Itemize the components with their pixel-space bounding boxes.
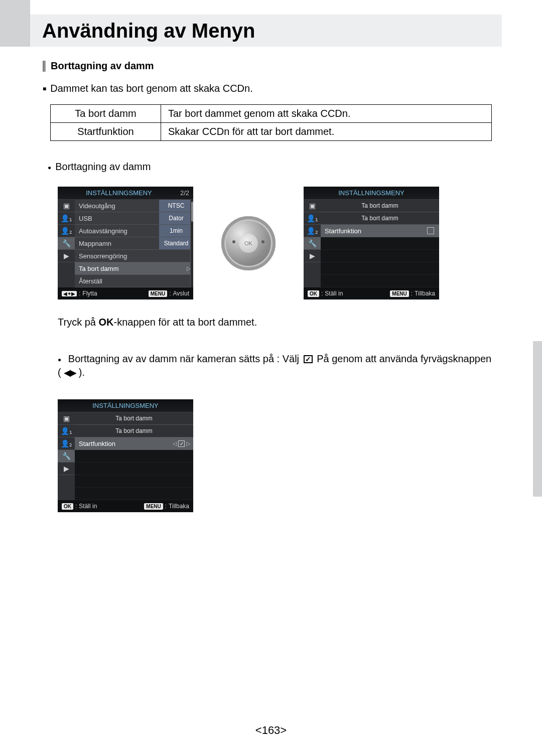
scrollbar — [190, 200, 193, 287]
menu-header: INSTÄLLNINGSMENY 2/2 — [58, 187, 193, 200]
menu-item: USBDator — [75, 212, 193, 225]
play-icon: ▶ — [58, 250, 75, 262]
menu-body: ▣ 👤₁ 👤₂ 🔧 ▶ Ta bort damm Ta bort damm St… — [58, 412, 193, 500]
page-number: <163> — [0, 724, 542, 737]
menu-header: INSTÄLLNINGSMENY — [304, 187, 439, 200]
menu-header: INSTÄLLNINGSMENY — [58, 399, 193, 412]
menu-subtitle: Ta bort damm — [75, 412, 193, 425]
page-sidebar-right — [533, 341, 542, 497]
person1-icon: 👤₁ — [304, 212, 321, 225]
wrench-icon: 🔧 — [58, 450, 75, 463]
menu-body: ▣ 👤₁ 👤₂ 🔧 ▶ VideoutgångNTSC USBDator Aut… — [58, 200, 193, 287]
checkbox-icon — [427, 227, 434, 234]
menu-item-selected: Startfunktion ◁ ✓ ▷ — [75, 437, 193, 450]
check-on-icon — [304, 355, 313, 363]
menu-panel-2: INSTÄLLNINGSMENY ▣ 👤₁ 👤₂ 🔧 ▶ Ta bort dam… — [304, 187, 439, 299]
menu-header-text: INSTÄLLNINGSMENY — [338, 189, 404, 197]
menu-icon-column: ▣ 👤₁ 👤₂ 🔧 ▶ — [58, 200, 75, 287]
menu-panel-1: INSTÄLLNINGSMENY 2/2 ▣ 👤₁ 👤₂ 🔧 ▶ Videout… — [58, 187, 193, 299]
person2-icon: 👤₂ — [58, 225, 75, 237]
menu-header-text: INSTÄLLNINGSMENY — [92, 402, 158, 409]
person2-icon: 👤₂ — [304, 225, 321, 237]
foot-left-label: Flytta — [82, 290, 97, 297]
chevron-left-icon: ◁ — [173, 440, 177, 447]
content-area: Borttagning av damm Dammet kan tas bort … — [43, 60, 497, 512]
menu-icon-column: ▣ 👤₁ 👤₂ 🔧 ▶ — [58, 412, 75, 500]
page-title: Användning av Menyn — [42, 20, 255, 42]
section-bar-icon — [43, 61, 46, 72]
menu-empty-row — [321, 237, 439, 250]
nav-control: ◁ ✓ ▷ — [173, 440, 190, 447]
intro-text: Dammet kan tas bort genom att skaka CCDn… — [43, 83, 497, 94]
foot-right-label: Tillbaka — [415, 290, 435, 297]
menu-footer: OK:Ställ in MENU:Tillbaka — [304, 287, 439, 299]
camera-icon: ▣ — [58, 200, 75, 212]
person1-icon: 👤₁ — [58, 425, 75, 437]
table-cell-desc: Tar bort dammet genom att skaka CCDn. — [161, 105, 492, 123]
sub-heading: Borttagning av damm — [48, 161, 497, 173]
chevron-right-icon: ▷ — [186, 440, 190, 447]
menu-button-icon: MENU — [149, 290, 167, 297]
menu-list: Ta bort damm Ta bort damm Startfunktion … — [75, 412, 193, 500]
menu-list: Ta bort damm Ta bort damm Startfunktion — [321, 200, 439, 287]
menu-list: VideoutgångNTSC USBDator Autoavstängning… — [75, 200, 193, 287]
ok-button-icon: OK — [62, 503, 73, 510]
menu-empty-row — [75, 475, 193, 488]
menu-icon-column: ▣ 👤₁ 👤₂ 🔧 ▶ — [304, 200, 321, 287]
camera-icon: ▣ — [58, 412, 75, 425]
menu-item: Återställ — [75, 275, 193, 287]
arrows-lr-icon: ◀▶ — [64, 368, 76, 378]
menu-item: VideoutgångNTSC — [75, 200, 193, 212]
menu-page-indicator: 2/2 — [180, 187, 193, 200]
table-cell-label: Ta bort damm — [51, 105, 161, 123]
menu-item: MappnamnStandard — [75, 237, 193, 250]
wrench-icon: 🔧 — [304, 237, 321, 250]
foot-right-label: Avslut — [173, 290, 189, 297]
menu-row: INSTÄLLNINGSMENY 2/2 ▣ 👤₁ 👤₂ 🔧 ▶ Videout… — [58, 187, 497, 299]
person2-icon: 👤₂ — [58, 437, 75, 450]
menu-empty-row — [321, 250, 439, 262]
wrench-icon: 🔧 — [58, 237, 75, 250]
menu-panel-3: INSTÄLLNINGSMENY ▣ 👤₁ 👤₂ 🔧 ▶ Ta bort dam… — [58, 399, 193, 512]
menu-empty-row — [321, 262, 439, 275]
section-title: Borttagning av damm — [51, 60, 154, 72]
ok-button-icon: OK — [308, 290, 319, 297]
dial-ok-button: OK — [239, 234, 258, 253]
arrows-icon: ◀✦▶ — [62, 291, 77, 296]
foot-left-label: Ställ in — [325, 290, 343, 297]
menu-subtitle: Ta bort damm — [75, 425, 193, 437]
person1-icon: 👤₁ — [58, 212, 75, 225]
camera-icon: ▣ — [304, 200, 321, 212]
table-row: Startfunktion Skakar CCDn för att tar bo… — [51, 123, 492, 141]
menu-footer: ◀✦▶:Flytta MENU:Avslut — [58, 287, 193, 299]
page-title-band: Användning av Menyn — [30, 15, 502, 47]
caption-ok: Tryck på OK-knappen för att ta bort damm… — [58, 317, 497, 328]
table-cell-label: Startfunktion — [51, 123, 161, 141]
menu-item: Sensorrengöring — [75, 250, 193, 262]
description-table: Ta bort damm Tar bort dammet genom att s… — [50, 104, 492, 141]
menu-button-icon: MENU — [390, 290, 409, 297]
menu-body: ▣ 👤₁ 👤₂ 🔧 ▶ Ta bort damm Ta bort damm St… — [304, 200, 439, 287]
menu-empty-row — [75, 488, 193, 500]
dial-dot-icon — [261, 240, 264, 243]
menu-subtitle: Ta bort damm — [321, 212, 439, 225]
menu-footer: OK:Ställ in MENU:Tillbaka — [58, 500, 193, 512]
dial-graphic: OK — [218, 213, 279, 273]
menu-item-selected: Startfunktion — [321, 225, 439, 237]
section-heading: Borttagning av damm — [43, 60, 497, 72]
foot-right-label: Tillbaka — [169, 503, 189, 510]
menu-empty-row — [321, 275, 439, 287]
table-cell-desc: Skakar CCDn för att tar bort dammet. — [161, 123, 492, 141]
menu-item: Autoavstängning1min — [75, 225, 193, 237]
menu-header-text: INSTÄLLNINGSMENY — [86, 189, 152, 197]
foot-left-label: Ställ in — [79, 503, 97, 510]
menu-empty-row — [75, 463, 193, 475]
checkbox-checked-icon: ✓ — [178, 440, 185, 447]
menu-button-icon: MENU — [144, 503, 163, 510]
menu-empty-row — [75, 450, 193, 463]
play-icon: ▶ — [58, 463, 75, 475]
play-icon: ▶ — [304, 250, 321, 262]
dial-dot-icon — [232, 240, 235, 243]
table-row: Ta bort damm Tar bort dammet genom att s… — [51, 105, 492, 123]
menu-subtitle: Ta bort damm — [321, 200, 439, 212]
